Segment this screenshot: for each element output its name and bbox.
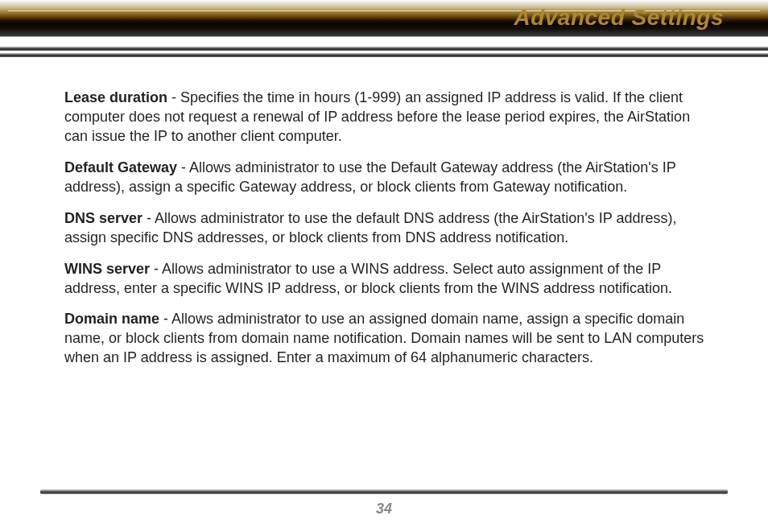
term-dns-server: DNS server bbox=[64, 210, 142, 226]
footer: 34 bbox=[0, 489, 768, 518]
term-domain-name: Domain name bbox=[64, 311, 159, 327]
text-wins-server: - Allows administrator to use a WINS add… bbox=[64, 261, 672, 296]
page-number: 34 bbox=[376, 501, 392, 517]
para-wins-server: WINS server - Allows administrator to us… bbox=[64, 260, 708, 299]
page-title: Advanced Settings bbox=[514, 5, 724, 31]
header-banner: Advanced Settings bbox=[0, 0, 768, 60]
para-domain-name: Domain name - Allows administrator to us… bbox=[64, 310, 708, 368]
body-content: Lease duration - Specifies the time in h… bbox=[0, 60, 768, 368]
term-wins-server: WINS server bbox=[64, 261, 150, 277]
term-lease-duration: Lease duration bbox=[64, 89, 167, 105]
text-dns-server: - Allows administrator to use the defaul… bbox=[64, 210, 676, 245]
text-domain-name: - Allows administrator to use an assigne… bbox=[64, 311, 704, 365]
para-lease-duration: Lease duration - Specifies the time in h… bbox=[64, 89, 708, 146]
footer-rule bbox=[40, 489, 728, 494]
para-default-gateway: Default Gateway - Allows administrator t… bbox=[64, 159, 708, 197]
header-double-rule bbox=[0, 47, 768, 58]
term-default-gateway: Default Gateway bbox=[64, 159, 181, 175]
para-dns-server: DNS server - Allows administrator to use… bbox=[64, 209, 708, 248]
